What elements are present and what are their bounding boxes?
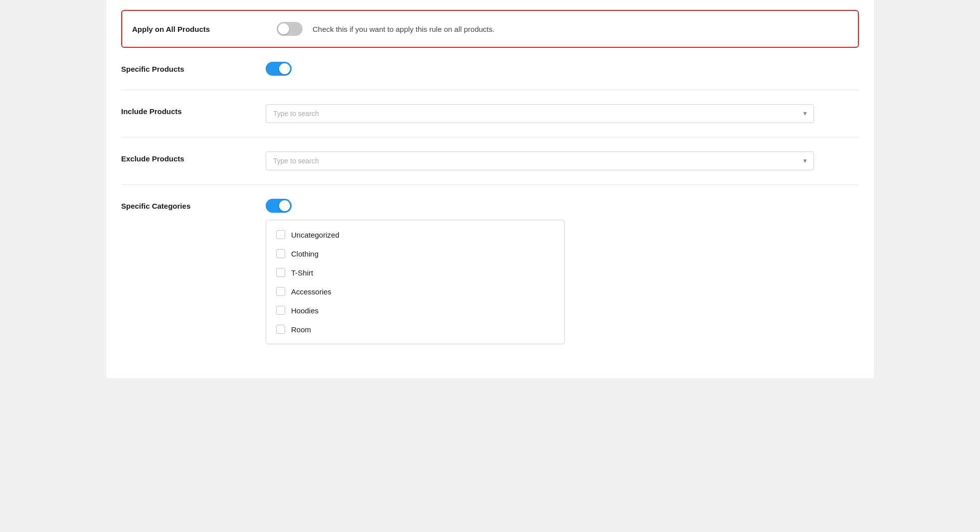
specific-products-row: Specific Products	[121, 48, 859, 90]
exclude-products-row: Exclude Products ▼	[121, 137, 859, 185]
category-item-tshirt[interactable]: T-Shirt	[266, 263, 564, 282]
apply-all-products-thumb	[278, 23, 289, 34]
include-products-input[interactable]	[266, 104, 814, 123]
checkbox-accessories[interactable]	[276, 287, 285, 296]
page-wrapper: Apply on All Products Check this if you …	[106, 0, 874, 378]
specific-products-thumb	[279, 63, 290, 74]
category-item-hoodies[interactable]: Hoodies	[266, 301, 564, 320]
category-label-room: Room	[291, 325, 311, 334]
exclude-products-control: ▼	[266, 151, 859, 170]
checkbox-uncategorized[interactable]	[276, 230, 285, 239]
category-label-clothing: Clothing	[291, 250, 319, 258]
apply-all-products-label: Apply on All Products	[132, 22, 277, 33]
specific-categories-thumb	[279, 200, 290, 211]
include-products-control: ▼	[266, 104, 859, 123]
specific-products-control	[266, 62, 859, 76]
checkbox-tshirt[interactable]	[276, 268, 285, 277]
category-item-clothing[interactable]: Clothing	[266, 244, 564, 263]
checkbox-hoodies[interactable]	[276, 306, 285, 315]
specific-products-label: Specific Products	[121, 62, 266, 73]
categories-box: Uncategorized Clothing T-Shirt Accessori…	[266, 220, 565, 344]
specific-categories-control: Uncategorized Clothing T-Shirt Accessori…	[266, 199, 859, 344]
category-label-accessories: Accessories	[291, 287, 331, 296]
category-item-uncategorized[interactable]: Uncategorized	[266, 225, 564, 244]
category-label-hoodies: Hoodies	[291, 306, 319, 315]
apply-all-products-control: Check this if you want to apply this rul…	[277, 22, 848, 36]
category-label-uncategorized: Uncategorized	[291, 231, 339, 239]
checkbox-room[interactable]	[276, 325, 285, 334]
category-item-room[interactable]: Room	[266, 320, 564, 339]
category-item-accessories[interactable]: Accessories	[266, 282, 564, 301]
specific-categories-row: Specific Categories Uncategorized Clothi…	[121, 185, 859, 358]
specific-products-toggle[interactable]	[266, 62, 292, 76]
exclude-products-input[interactable]	[266, 151, 814, 170]
specific-categories-label: Specific Categories	[121, 199, 266, 210]
include-products-wrapper: ▼	[266, 104, 814, 123]
include-products-row: Include Products ▼	[121, 90, 859, 137]
exclude-products-label: Exclude Products	[121, 151, 266, 163]
include-products-label: Include Products	[121, 104, 266, 116]
apply-all-products-toggle[interactable]	[277, 22, 303, 36]
apply-all-products-row: Apply on All Products Check this if you …	[121, 10, 859, 48]
specific-categories-toggle[interactable]	[266, 199, 292, 213]
apply-all-products-description: Check this if you want to apply this rul…	[313, 25, 494, 33]
checkbox-clothing[interactable]	[276, 249, 285, 258]
exclude-products-wrapper: ▼	[266, 151, 814, 170]
form-section: Apply on All Products Check this if you …	[121, 10, 859, 358]
category-label-tshirt: T-Shirt	[291, 268, 313, 277]
